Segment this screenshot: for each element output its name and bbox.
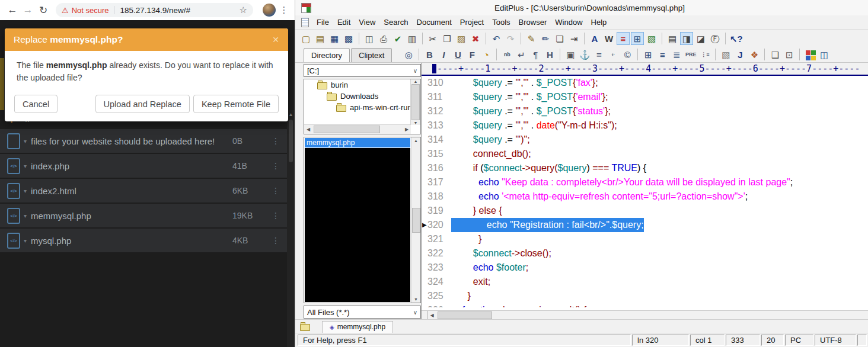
- code-horizontal-scrollbar[interactable]: ◀: [422, 310, 868, 320]
- code-text[interactable]: } else {: [451, 204, 502, 218]
- menu-tools[interactable]: Tools: [488, 17, 514, 28]
- keep-remote-file-button[interactable]: Keep Remote File: [193, 95, 279, 113]
- context-help-icon[interactable]: ↖?: [729, 32, 742, 45]
- special-character-icon[interactable]: ‹·: [607, 48, 620, 61]
- document-tab[interactable]: ◈ memmysql.php: [322, 321, 393, 333]
- menu-edit[interactable]: Edit: [333, 17, 355, 28]
- code-text[interactable]: connect_db();: [451, 147, 531, 161]
- address-bar[interactable]: ⚠ Not secure 185.27.134.9/new/# ☆: [56, 3, 253, 17]
- font-icon[interactable]: A: [588, 32, 601, 45]
- menu-file[interactable]: File: [312, 17, 333, 28]
- avatar[interactable]: [263, 4, 276, 17]
- caret-down-icon[interactable]: ▾: [24, 188, 27, 194]
- code-line-315[interactable]: 315connect_db();: [422, 147, 868, 161]
- scroll-thumb[interactable]: [411, 84, 420, 120]
- file-name[interactable]: mysql.php: [31, 236, 232, 246]
- preformatted-icon[interactable]: PRE: [684, 48, 697, 61]
- font-tag-icon[interactable]: F: [465, 48, 478, 61]
- save-all-icon[interactable]: ▩: [342, 32, 355, 45]
- file-name[interactable]: files for your website should be uploade…: [31, 136, 232, 146]
- frameset-icon[interactable]: ◫: [818, 48, 831, 61]
- code-text[interactable]: $query .= "')";: [451, 133, 530, 147]
- tree-item-Downloads[interactable]: Downloads: [304, 91, 411, 102]
- italic-icon[interactable]: I: [437, 48, 450, 61]
- tree-horizontal-scrollbar[interactable]: ◀▶: [304, 124, 411, 134]
- scroll-down-icon[interactable]: ▼: [414, 297, 418, 301]
- menu-project[interactable]: Project: [456, 17, 488, 28]
- tab-directory[interactable]: Directory: [304, 48, 350, 62]
- browser-menu-icon[interactable]: ⋮: [278, 5, 290, 15]
- undo-icon[interactable]: ↶: [490, 32, 503, 45]
- code-text[interactable]: echo $footer;: [451, 261, 528, 275]
- tree-vertical-scrollbar[interactable]: ▲▼: [410, 79, 420, 125]
- code-text[interactable]: }: [451, 232, 481, 246]
- file-row[interactable]: </>▾index.php41B⋮: [0, 154, 287, 178]
- not-secure-label[interactable]: Not secure: [72, 6, 109, 15]
- toggle-cliptext-icon[interactable]: ▤: [666, 32, 679, 45]
- print-icon[interactable]: ⎙: [377, 32, 390, 45]
- code-text[interactable]: $query .= "','" . $_POST{'status'};: [451, 104, 611, 118]
- code-line-324[interactable]: 324exit;: [422, 275, 868, 289]
- javascript-icon[interactable]: J: [733, 48, 746, 61]
- table-icon[interactable]: ⊞: [642, 48, 655, 61]
- code-line-319[interactable]: 319} else {: [422, 204, 868, 218]
- code-text[interactable]: exit;: [451, 275, 490, 289]
- menu-browser[interactable]: Browser: [515, 17, 551, 28]
- list-icon[interactable]: ⋮≡: [698, 48, 711, 61]
- tree-item-api-ms-win-crt-runtim[interactable]: api-ms-win-crt-runtim: [304, 102, 411, 113]
- redo-icon[interactable]: ↷: [504, 32, 517, 45]
- code-line-322[interactable]: 322$connect->close();: [422, 246, 868, 261]
- scroll-up-icon[interactable]: ▲: [414, 79, 418, 83]
- find-in-files-icon[interactable]: ❏: [553, 32, 566, 45]
- file-filter-select[interactable]: All Files (*.*) ∨: [304, 306, 421, 319]
- scroll-up-icon[interactable]: ▲: [414, 139, 418, 143]
- code-line-316[interactable]: 316if ($connect->query($query) === TRUE)…: [422, 161, 868, 175]
- code-line-318[interactable]: 318echo '<meta http-equiv=refresh conten…: [422, 189, 868, 204]
- menu-window[interactable]: Window: [551, 17, 586, 28]
- kebab-menu-icon[interactable]: ⋮: [269, 211, 282, 220]
- kebab-menu-icon[interactable]: ⋮: [269, 161, 282, 171]
- cancel-button[interactable]: Cancel: [14, 95, 58, 113]
- line-spacing-icon[interactable]: ≡: [617, 32, 630, 45]
- file-row[interactable]: </>▾mysql.php4KB⋮: [0, 229, 287, 252]
- code-line-317[interactable]: 317echo "Keep data : completely<br/>Your…: [422, 175, 868, 189]
- objects-icon[interactable]: ❖: [748, 48, 761, 61]
- tree-item-burin[interactable]: burin: [304, 79, 411, 91]
- scroll-thumb[interactable]: [314, 126, 380, 133]
- color-picker-icon[interactable]: [803, 48, 816, 61]
- file-row[interactable]: </>▾memmysql.php19KB⋮: [0, 204, 287, 227]
- replace-icon[interactable]: ✏: [539, 32, 552, 45]
- code-line-313[interactable]: 313$query .= "','" . date("Y-m-d H:i:s")…: [422, 118, 868, 133]
- scroll-thumb[interactable]: [289, 120, 293, 162]
- code-text[interactable]: echo "Keep data : completely<br/>Your da…: [451, 175, 793, 189]
- kebab-menu-icon[interactable]: ⋮: [269, 186, 282, 195]
- toggle-functions-icon[interactable]: Ⓕ: [709, 32, 722, 45]
- code-line-326[interactable]: 326function show_regis_result() {: [422, 303, 868, 307]
- heading-icon[interactable]: H: [543, 48, 556, 61]
- cut-icon[interactable]: ✂: [426, 32, 439, 45]
- indent-icon[interactable]: ⇥: [567, 32, 580, 45]
- scroll-left-icon[interactable]: ◀: [304, 127, 312, 132]
- code-text[interactable]: $connect->close();: [451, 246, 551, 261]
- code-line-310[interactable]: 310$query .= "','" . $_POST{'fax'};: [422, 76, 868, 90]
- date-time-icon[interactable]: ◔: [480, 48, 493, 61]
- line-numbers-icon[interactable]: ⊞: [631, 32, 644, 45]
- filelist-vertical-scrollbar[interactable]: ▲▼: [411, 137, 420, 303]
- word-wrap-icon[interactable]: W: [602, 32, 615, 45]
- scroll-up-icon[interactable]: ▲: [289, 112, 293, 117]
- upload-and-replace-button[interactable]: Upload and Replace: [95, 95, 190, 113]
- find-icon[interactable]: ✎: [525, 32, 538, 45]
- code-lines[interactable]: 310$query .= "','" . $_POST{'fax'};311$q…: [422, 76, 868, 311]
- file-name[interactable]: index2.html: [31, 186, 232, 196]
- bookmark-star-icon[interactable]: ☆: [240, 5, 247, 15]
- script-icon[interactable]: ▧: [719, 48, 732, 61]
- caret-down-icon[interactable]: ▾: [24, 213, 27, 219]
- selected-code-text[interactable]: echo "Registration : fail<br/>".$query;: [451, 218, 644, 232]
- toggle-directory-icon[interactable]: ◨: [680, 32, 693, 45]
- scroll-right-icon[interactable]: ▶: [403, 127, 411, 132]
- copyright-icon[interactable]: ©: [621, 48, 634, 61]
- code-editor[interactable]: ----+----1----+----2----+----3----+----4…: [421, 63, 868, 320]
- code-text[interactable]: $query .= "','" . $_POST{'email'};: [451, 90, 608, 104]
- paste-icon[interactable]: ▨: [455, 32, 468, 45]
- code-line-312[interactable]: 312$query .= "','" . $_POST{'status'};: [422, 104, 868, 118]
